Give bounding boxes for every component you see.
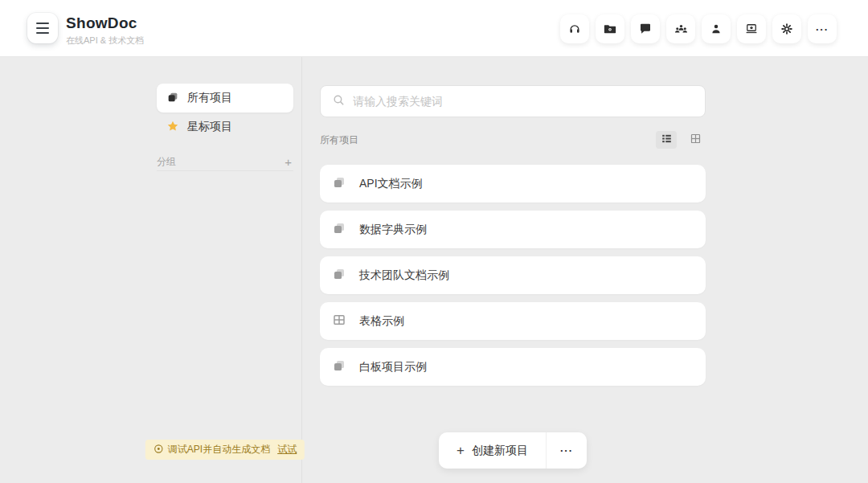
documents-stack-icon xyxy=(332,358,346,375)
project-card[interactable]: 白板项目示例 xyxy=(320,348,706,386)
team-icon xyxy=(674,22,689,37)
promo-text: 调试API并自动生成文档 xyxy=(168,443,270,456)
resources-button[interactable] xyxy=(596,14,624,43)
hamburger-icon xyxy=(36,23,49,25)
chat-bubble-icon xyxy=(638,22,653,36)
target-circle-icon xyxy=(154,444,164,456)
showdoc-logo[interactable] xyxy=(27,13,58,43)
header-actions: ··· xyxy=(560,14,837,43)
more-button[interactable]: ··· xyxy=(808,14,837,43)
search-box xyxy=(320,85,706,117)
create-project-button[interactable]: + 创建新项目 xyxy=(439,432,547,469)
view-toggles xyxy=(656,131,706,149)
create-project-label: 创建新项目 xyxy=(472,444,528,458)
documents-stack-icon xyxy=(332,221,346,238)
section-label: 所有项目 xyxy=(320,133,358,147)
plus-icon: + xyxy=(457,443,465,459)
section-header: 所有项目 xyxy=(320,129,706,150)
search-icon xyxy=(332,93,346,110)
sidebar-item-label: 所有项目 xyxy=(187,91,232,105)
sidebar-item-starred-projects[interactable]: 星标项目 xyxy=(157,113,293,141)
documents-stack-icon xyxy=(332,175,346,192)
main-content: 所有项目 API文档示例 数据字典示例 xyxy=(320,57,706,483)
project-list: API文档示例 数据字典示例 技术团队文档示例 表格示例 白板项目示例 xyxy=(320,165,706,394)
laptop-download-icon xyxy=(744,22,759,36)
team-button[interactable] xyxy=(666,14,695,43)
ellipsis-icon: ··· xyxy=(816,24,829,35)
project-card[interactable]: 数据字典示例 xyxy=(320,211,706,248)
project-name: 数据字典示例 xyxy=(359,223,427,237)
headset-icon xyxy=(567,22,582,36)
add-group-button[interactable]: + xyxy=(283,156,293,168)
sidebar-main-divider xyxy=(301,57,302,483)
support-button[interactable] xyxy=(560,14,589,43)
project-name: 表格示例 xyxy=(359,314,404,329)
project-card[interactable]: 技术团队文档示例 xyxy=(320,256,706,294)
feedback-button[interactable] xyxy=(631,14,660,43)
app-subtitle: 在线API & 技术文档 xyxy=(66,35,144,47)
folder-icon xyxy=(603,22,617,36)
promo-try-link[interactable]: 试试 xyxy=(277,443,297,456)
list-view-toggle[interactable] xyxy=(656,131,677,149)
grid-view-toggle[interactable] xyxy=(685,131,706,149)
top-header: ShowDoc 在线API & 技术文档 xyxy=(0,0,868,57)
user-icon xyxy=(709,22,723,36)
gear-icon xyxy=(780,22,794,36)
project-name: API文档示例 xyxy=(359,177,423,191)
settings-button[interactable] xyxy=(772,14,801,43)
group-divider xyxy=(157,170,293,171)
sidebar-item-all-projects[interactable]: 所有项目 xyxy=(157,84,293,113)
footer-actions: + 创建新项目 ··· xyxy=(439,432,587,469)
user-button[interactable] xyxy=(702,14,731,43)
star-icon xyxy=(166,120,179,135)
group-section-header: 分组 + xyxy=(157,152,293,171)
footer-more-button[interactable]: ··· xyxy=(547,432,587,469)
grid-view-icon xyxy=(690,133,702,148)
table-icon xyxy=(332,313,346,330)
sidebar-item-label: 星标项目 xyxy=(187,120,232,134)
project-name: 白板项目示例 xyxy=(359,360,427,375)
project-card[interactable]: API文档示例 xyxy=(320,165,706,203)
documents-stack-icon xyxy=(166,91,179,106)
sidebar: 所有项目 星标项目 分组 + 调试API并自动生成文档 试试 xyxy=(157,57,293,483)
group-label: 分组 xyxy=(157,155,176,169)
project-card[interactable]: 表格示例 xyxy=(320,302,706,340)
search-input[interactable] xyxy=(353,95,694,108)
app-title: ShowDoc xyxy=(66,14,137,32)
documents-stack-icon xyxy=(332,267,346,284)
project-name: 技术团队文档示例 xyxy=(359,268,449,283)
list-view-icon xyxy=(661,133,673,148)
client-download-button[interactable] xyxy=(737,14,766,43)
api-debug-promo: 调试API并自动生成文档 试试 xyxy=(145,440,305,460)
